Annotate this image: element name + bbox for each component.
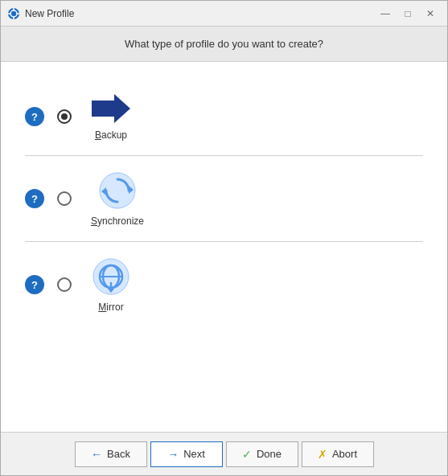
minimize-button[interactable]: —: [375, 6, 396, 22]
title-bar: New Profile — □ ✕: [1, 1, 447, 27]
backup-icon-label: Backup: [91, 92, 131, 141]
question-bar: What type of profile do you want to crea…: [1, 27, 447, 62]
help-backup-button[interactable]: ?: [25, 107, 44, 126]
done-icon: ✓: [242, 448, 252, 461]
abort-button[interactable]: ✗ Abort: [302, 441, 374, 467]
radio-backup[interactable]: [57, 109, 72, 124]
option-synchronize: ? Synchronize: [25, 156, 423, 241]
mirror-label: Mirror: [98, 302, 123, 313]
next-label: Next: [183, 448, 205, 460]
done-button[interactable]: ✓ Done: [226, 441, 298, 467]
window-controls: — □ ✕: [375, 6, 441, 22]
radio-mirror[interactable]: [57, 277, 72, 292]
radio-sync[interactable]: [57, 191, 72, 206]
sync-icon-label: Synchronize: [91, 170, 144, 227]
next-icon: →: [167, 448, 179, 461]
mirror-icon: [91, 256, 131, 297]
main-window: New Profile — □ ✕ What type of profile d…: [0, 0, 448, 476]
abort-icon: ✗: [318, 448, 327, 461]
content-area: What type of profile do you want to crea…: [1, 27, 447, 432]
help-mirror-button[interactable]: ?: [25, 275, 44, 294]
window-icon: [7, 7, 20, 20]
radio-dot-backup: [61, 113, 68, 120]
svg-marker-6: [92, 94, 130, 123]
options-area: ? Backup ?: [1, 62, 447, 432]
done-label: Done: [257, 448, 282, 460]
next-button[interactable]: → Next: [150, 441, 223, 467]
footer-bar: ← Back → Next ✓ Done ✗ Abort: [1, 432, 447, 475]
back-label: Back: [107, 448, 130, 460]
option-backup: ? Backup: [25, 78, 423, 155]
sync-icon: [97, 170, 138, 211]
close-button[interactable]: ✕: [420, 6, 441, 22]
backup-label: Backup: [95, 129, 127, 141]
help-sync-button[interactable]: ?: [25, 189, 44, 208]
window-title: New Profile: [25, 8, 375, 19]
mirror-icon-label: Mirror: [91, 256, 131, 313]
maximize-button[interactable]: □: [397, 6, 418, 22]
sync-label: Synchronize: [91, 215, 144, 227]
question-text: What type of profile do you want to crea…: [125, 38, 323, 50]
backup-icon: [91, 92, 131, 125]
option-mirror: ? Mi: [25, 242, 423, 327]
back-icon: ←: [91, 448, 102, 461]
back-button[interactable]: ← Back: [75, 441, 147, 467]
abort-label: Abort: [332, 448, 357, 460]
